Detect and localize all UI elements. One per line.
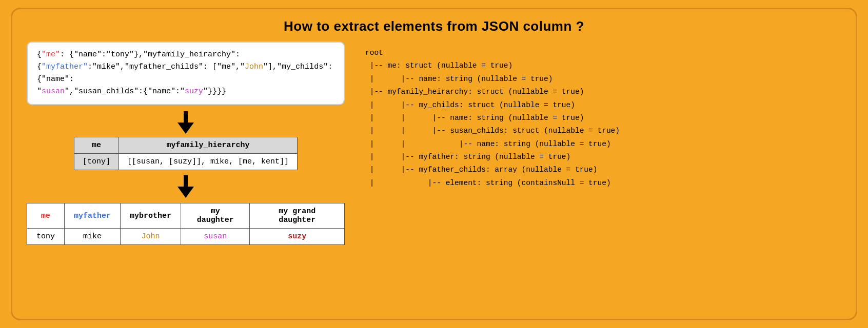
table2-cell-john: John bbox=[121, 229, 181, 245]
intermediate-table: me myfamily_hierarchy [tony] [[susan, [s… bbox=[74, 137, 298, 170]
right-panel: root |-- me: struct (nullable = true) | … bbox=[345, 42, 841, 190]
table2-header-mybrother: mybrother bbox=[121, 203, 181, 229]
table1-cell-family: [[susan, [suzy]], mike, [me, kent]] bbox=[119, 154, 297, 170]
table2-header-mygranddaughter: my grand daughter bbox=[250, 203, 345, 229]
result-table: me myfather mybrother my daughter my gra… bbox=[27, 203, 345, 245]
arrow-1 bbox=[177, 111, 194, 134]
table2-cell-susan: susan bbox=[181, 229, 250, 245]
table1-header-me: me bbox=[74, 137, 119, 154]
table2-cell-suzy: suzy bbox=[250, 229, 345, 245]
table2-header-mydaughter: my daughter bbox=[181, 203, 250, 229]
table-row: tony mike John susan suzy bbox=[27, 229, 345, 245]
table-row: [tony] [[susan, [suzy]], mike, [me, kent… bbox=[74, 154, 297, 170]
table2-header-myfather: myfather bbox=[65, 203, 121, 229]
page-title: How to extract elements from JSON column… bbox=[284, 18, 584, 34]
json-input-box: {"me": {"name":"tony"},"myfamily_heirarc… bbox=[27, 42, 345, 105]
table1-cell-me: [tony] bbox=[74, 154, 119, 170]
arrow-2 bbox=[177, 175, 194, 198]
table1-header-myfamily: myfamily_hierarchy bbox=[119, 137, 297, 154]
main-container: How to extract elements from JSON column… bbox=[11, 8, 857, 320]
left-panel: {"me": {"name":"tony"},"myfamily_heirarc… bbox=[27, 42, 345, 245]
schema-display: root |-- me: struct (nullable = true) | … bbox=[365, 47, 841, 190]
table2-header-me: me bbox=[27, 203, 65, 229]
table2-cell-tony: tony bbox=[27, 229, 65, 245]
content-row: {"me": {"name":"tony"},"myfamily_heirarc… bbox=[27, 42, 841, 245]
table2-cell-mike: mike bbox=[65, 229, 121, 245]
